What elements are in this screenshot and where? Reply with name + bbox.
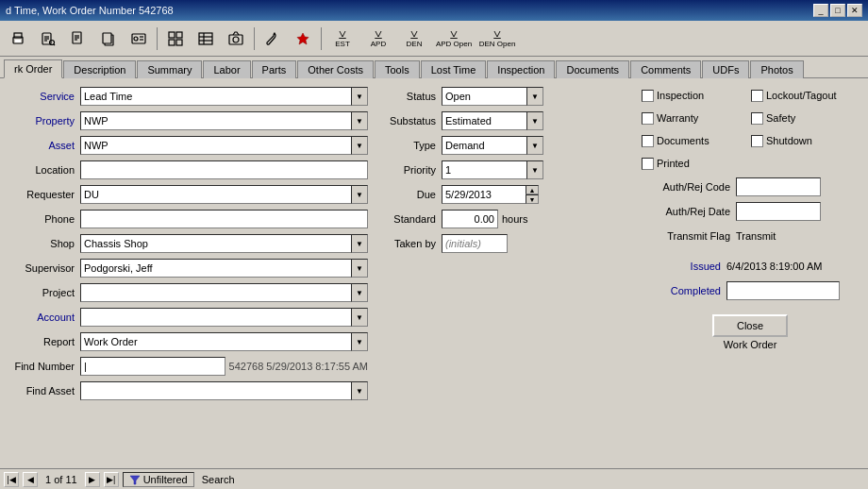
tab-udfs[interactable]: UDFs xyxy=(702,60,749,78)
lockout-checkbox[interactable] xyxy=(751,90,763,102)
tab-inspection[interactable]: Inspection xyxy=(487,60,555,78)
tab-lost-time[interactable]: Lost Time xyxy=(421,60,487,78)
substatus-input[interactable] xyxy=(442,111,526,130)
close-btn[interactable]: ✕ xyxy=(847,4,862,17)
tab-tools[interactable]: Tools xyxy=(375,60,420,78)
completed-input[interactable] xyxy=(726,281,840,300)
page-btn[interactable] xyxy=(64,25,92,52)
status-input-group: ▼ xyxy=(442,87,543,106)
title-bar: d Time, Work Order Number 542768 _ □ ✕ xyxy=(0,0,868,21)
safety-checkbox[interactable] xyxy=(751,112,763,125)
sep2 xyxy=(254,27,255,50)
priority-dropdown[interactable]: ▼ xyxy=(526,160,543,179)
id-btn[interactable] xyxy=(125,25,153,52)
find-asset-input[interactable] xyxy=(80,381,351,400)
close-btn-section: Close Work Order xyxy=(642,314,859,350)
next-record-btn[interactable]: ▶ xyxy=(85,472,100,487)
inspection-checkbox[interactable] xyxy=(642,90,654,102)
tab-work-order[interactable]: rk Order xyxy=(4,59,62,78)
tab-comments[interactable]: Comments xyxy=(630,60,701,78)
requester-dropdown[interactable]: ▼ xyxy=(351,185,368,204)
due-input[interactable] xyxy=(442,185,526,204)
minimize-btn[interactable]: _ xyxy=(813,4,828,17)
project-dropdown[interactable]: ▼ xyxy=(351,283,368,302)
den-btn[interactable]: DEN xyxy=(397,25,431,52)
close-work-order-button[interactable]: Close xyxy=(712,314,788,337)
shop-dropdown[interactable]: ▼ xyxy=(351,234,368,253)
type-dropdown[interactable]: ▼ xyxy=(526,136,543,155)
service-input[interactable] xyxy=(80,87,351,106)
supervisor-row: Supervisor ▼ xyxy=(9,258,368,278)
phone-input[interactable] xyxy=(80,210,368,228)
project-input[interactable] xyxy=(80,283,351,302)
copy-btn[interactable] xyxy=(94,25,123,52)
tab-parts[interactable]: Parts xyxy=(252,60,297,78)
status-dropdown[interactable]: ▼ xyxy=(526,87,543,106)
table-btn[interactable] xyxy=(192,25,220,52)
report-dropdown[interactable]: ▼ xyxy=(351,332,368,351)
type-input[interactable] xyxy=(442,136,526,155)
substatus-dropdown[interactable]: ▼ xyxy=(526,111,543,130)
checkbox-row-1: Inspection Lockout/Tagout xyxy=(642,86,859,105)
property-dropdown[interactable]: ▼ xyxy=(351,111,368,130)
asset-input[interactable] xyxy=(80,136,351,155)
title-controls[interactable]: _ □ ✕ xyxy=(813,4,862,17)
star-btn[interactable] xyxy=(289,25,317,52)
prev-record-btn[interactable]: ◀ xyxy=(23,472,38,487)
record-info: 1 of 11 xyxy=(42,474,81,485)
requester-row: Requester ▼ xyxy=(9,184,368,205)
taken-by-input[interactable] xyxy=(442,234,508,253)
supervisor-input[interactable] xyxy=(80,259,351,278)
svg-rect-20 xyxy=(176,32,182,38)
photo-btn[interactable] xyxy=(222,25,250,52)
supervisor-dropdown[interactable]: ▼ xyxy=(351,259,368,278)
print-btn[interactable] xyxy=(4,25,32,52)
documents-checkbox[interactable] xyxy=(642,135,654,147)
tab-description[interactable]: Description xyxy=(63,60,136,78)
requester-input[interactable] xyxy=(80,185,351,204)
unfiltered-btn[interactable]: Unfiltered xyxy=(123,472,194,487)
standard-input[interactable] xyxy=(442,210,498,228)
apd-open-btn[interactable]: APD Open xyxy=(433,25,475,52)
filter-label: Unfiltered xyxy=(143,474,188,485)
account-dropdown[interactable]: ▼ xyxy=(351,308,368,327)
report-input[interactable] xyxy=(80,332,351,351)
find-number-input[interactable] xyxy=(80,357,225,376)
shutdown-checkbox[interactable] xyxy=(751,135,763,147)
shop-input[interactable] xyxy=(80,234,351,253)
restore-btn[interactable]: □ xyxy=(830,4,845,17)
tab-labor[interactable]: Labor xyxy=(203,60,250,78)
last-record-btn[interactable]: ▶| xyxy=(104,472,119,487)
status-input[interactable] xyxy=(442,87,526,106)
service-dropdown[interactable]: ▼ xyxy=(351,87,368,106)
svg-rect-19 xyxy=(169,32,175,38)
shop-row: Shop ▼ xyxy=(9,233,368,254)
tab-other-costs[interactable]: Other Costs xyxy=(297,60,374,78)
printed-checkbox[interactable] xyxy=(642,158,654,170)
grid-btn[interactable] xyxy=(161,25,190,52)
apd-btn[interactable]: APD xyxy=(361,25,395,52)
transmit-flag-label: Transmit Flag xyxy=(642,230,736,242)
find-asset-dropdown[interactable]: ▼ xyxy=(351,381,368,400)
priority-input[interactable] xyxy=(442,160,526,179)
tab-documents[interactable]: Documents xyxy=(556,60,629,78)
wrench-btn[interactable] xyxy=(259,25,287,52)
auth-rej-date-label: Auth/Rej Date xyxy=(642,206,736,217)
priority-label: Priority xyxy=(377,164,442,176)
requester-label: Requester xyxy=(9,189,80,200)
est-btn[interactable]: EST xyxy=(326,25,359,52)
first-record-btn[interactable]: |◀ xyxy=(4,472,19,487)
tab-photos[interactable]: Photos xyxy=(750,60,803,78)
account-input[interactable] xyxy=(80,308,351,327)
den-open-btn[interactable]: DEN Open xyxy=(476,25,518,52)
auth-rej-code-input[interactable] xyxy=(736,177,821,196)
asset-dropdown[interactable]: ▼ xyxy=(351,136,368,155)
preview-btn[interactable] xyxy=(34,25,62,52)
due-spinner[interactable]: ▲ ▼ xyxy=(526,185,539,204)
auth-rej-date-input[interactable] xyxy=(736,202,821,221)
property-input[interactable] xyxy=(80,111,351,130)
location-input[interactable] xyxy=(80,160,368,179)
tab-summary[interactable]: Summary xyxy=(137,60,202,78)
location-row: Location xyxy=(9,160,368,180)
warranty-checkbox[interactable] xyxy=(642,112,654,125)
